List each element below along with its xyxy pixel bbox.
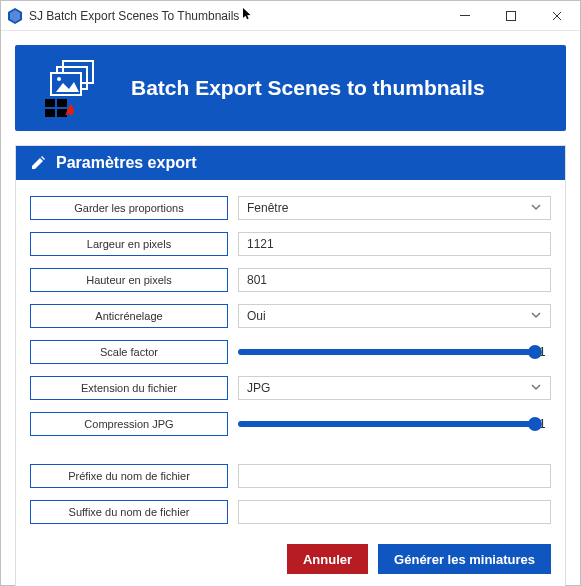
- row-width: Largeur en pixels: [30, 230, 551, 258]
- banner-title: Batch Export Scenes to thumbnails: [131, 76, 485, 100]
- row-keep-proportions: Garder les proportions Fenêtre: [30, 194, 551, 222]
- pencil-icon: [30, 155, 46, 171]
- cancel-button[interactable]: Annuler: [287, 544, 368, 574]
- select-value: JPG: [247, 381, 270, 395]
- app-icon: [7, 8, 23, 24]
- svg-rect-8: [57, 99, 67, 107]
- section-header: Paramètres export: [16, 146, 565, 180]
- logo-icon: [39, 59, 109, 117]
- slider-jpg-compression[interactable]: [238, 415, 535, 433]
- titlebar: SJ Batch Export Scenes To Thumbnails: [1, 1, 580, 31]
- settings-card: Paramètres export Garder les proportions…: [15, 145, 566, 586]
- label-antialias: Anticrénelage: [30, 304, 228, 328]
- input-prefix[interactable]: [238, 464, 551, 488]
- window-title: SJ Batch Export Scenes To Thumbnails: [29, 9, 239, 23]
- row-scale-factor: Scale factor 1: [30, 338, 551, 366]
- select-antialias[interactable]: Oui: [238, 304, 551, 328]
- section-title: Paramètres export: [56, 154, 197, 172]
- label-suffix: Suffixe du nom de fichier: [30, 500, 228, 524]
- row-antialias: Anticrénelage Oui: [30, 302, 551, 330]
- row-jpg-compression: Compression JPG 1: [30, 410, 551, 438]
- select-value: Fenêtre: [247, 201, 288, 215]
- label-file-ext: Extension du fichier: [30, 376, 228, 400]
- svg-rect-0: [460, 15, 470, 16]
- select-file-ext[interactable]: JPG: [238, 376, 551, 400]
- label-jpg-compression: Compression JPG: [30, 412, 228, 436]
- chevron-down-icon: [530, 201, 542, 216]
- close-button[interactable]: [534, 1, 580, 31]
- banner: Batch Export Scenes to thumbnails: [15, 45, 566, 131]
- generate-button[interactable]: Générer les miniatures: [378, 544, 551, 574]
- input-width[interactable]: [238, 232, 551, 256]
- slider-scale-factor[interactable]: [238, 343, 535, 361]
- client-area: Batch Export Scenes to thumbnails Paramè…: [1, 31, 580, 586]
- select-keep-proportions[interactable]: Fenêtre: [238, 196, 551, 220]
- label-width: Largeur en pixels: [30, 232, 228, 256]
- maximize-button[interactable]: [488, 1, 534, 31]
- svg-point-6: [57, 77, 61, 81]
- label-scale-factor: Scale factor: [30, 340, 228, 364]
- svg-rect-1: [507, 11, 516, 20]
- row-height: Hauteur en pixels: [30, 266, 551, 294]
- chevron-down-icon: [530, 381, 542, 396]
- svg-rect-9: [45, 109, 55, 117]
- minimize-button[interactable]: [442, 1, 488, 31]
- actions: Annuler Générer les miniatures: [16, 536, 565, 586]
- label-prefix: Préfixe du nom de fichier: [30, 464, 228, 488]
- row-file-ext: Extension du fichier JPG: [30, 374, 551, 402]
- label-keep-proportions: Garder les proportions: [30, 196, 228, 220]
- input-height[interactable]: [238, 268, 551, 292]
- svg-rect-10: [57, 109, 67, 117]
- select-value: Oui: [247, 309, 266, 323]
- app-window: SJ Batch Export Scenes To Thumbnails: [0, 0, 581, 586]
- svg-rect-7: [45, 99, 55, 107]
- input-suffix[interactable]: [238, 500, 551, 524]
- form: Garder les proportions Fenêtre Largeur e…: [16, 180, 565, 536]
- chevron-down-icon: [530, 309, 542, 324]
- row-prefix: Préfixe du nom de fichier: [30, 462, 551, 490]
- label-height: Hauteur en pixels: [30, 268, 228, 292]
- cursor-icon: [241, 7, 255, 25]
- row-suffix: Suffixe du nom de fichier: [30, 498, 551, 526]
